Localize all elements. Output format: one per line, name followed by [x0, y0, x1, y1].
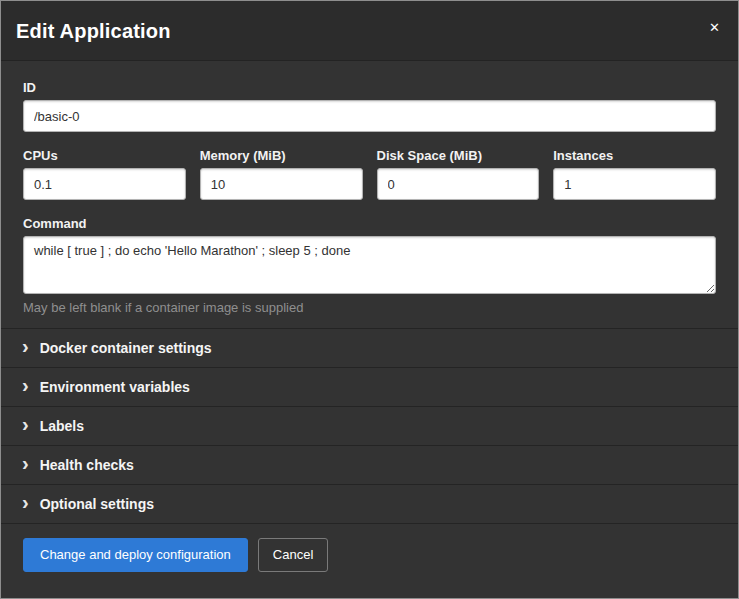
modal-footer: Change and deploy configuration Cancel [1, 523, 738, 598]
section-label: Docker container settings [40, 340, 212, 356]
modal-title: Edit Application [16, 20, 723, 43]
instances-input[interactable] [553, 168, 716, 200]
section-health-checks[interactable]: › Health checks [1, 445, 738, 484]
section-optional-settings[interactable]: › Optional settings [1, 484, 738, 523]
section-label: Health checks [40, 457, 134, 473]
memory-field-group: Memory (MiB) [200, 148, 363, 200]
instances-field-group: Instances [553, 148, 716, 200]
id-field-group: ID [23, 80, 716, 132]
command-label: Command [23, 216, 716, 231]
modal-body: ID CPUs Memory (MiB) Disk Space (MiB) In… [1, 61, 738, 328]
id-label: ID [23, 80, 716, 95]
section-label: Optional settings [40, 496, 154, 512]
submit-button[interactable]: Change and deploy configuration [23, 538, 248, 572]
cancel-button[interactable]: Cancel [258, 538, 328, 572]
disk-field-group: Disk Space (MiB) [377, 148, 540, 200]
cpus-field-group: CPUs [23, 148, 186, 200]
cpus-input[interactable] [23, 168, 186, 200]
section-label: Environment variables [40, 379, 190, 395]
cpus-label: CPUs [23, 148, 186, 163]
disk-input[interactable] [377, 168, 540, 200]
command-help-text: May be left blank if a container image i… [23, 300, 716, 315]
memory-input[interactable] [200, 168, 363, 200]
section-environment-variables[interactable]: › Environment variables [1, 367, 738, 406]
instances-label: Instances [553, 148, 716, 163]
edit-application-modal: Edit Application ✕ ID CPUs Memory (MiB) … [0, 0, 739, 599]
resource-fields-row: CPUs Memory (MiB) Disk Space (MiB) Insta… [23, 148, 716, 200]
section-label: Labels [40, 418, 84, 434]
memory-label: Memory (MiB) [200, 148, 363, 163]
close-icon: ✕ [709, 20, 720, 35]
disk-label: Disk Space (MiB) [377, 148, 540, 163]
id-input[interactable] [23, 100, 716, 132]
close-button[interactable]: ✕ [705, 17, 724, 38]
accordion: › Docker container settings › Environmen… [1, 328, 738, 523]
section-labels[interactable]: › Labels [1, 406, 738, 445]
section-docker-container-settings[interactable]: › Docker container settings [1, 328, 738, 367]
command-textarea[interactable]: while [ true ] ; do echo 'Hello Marathon… [23, 236, 716, 294]
command-field-group: Command while [ true ] ; do echo 'Hello … [23, 216, 716, 315]
modal-header: Edit Application ✕ [1, 1, 738, 61]
